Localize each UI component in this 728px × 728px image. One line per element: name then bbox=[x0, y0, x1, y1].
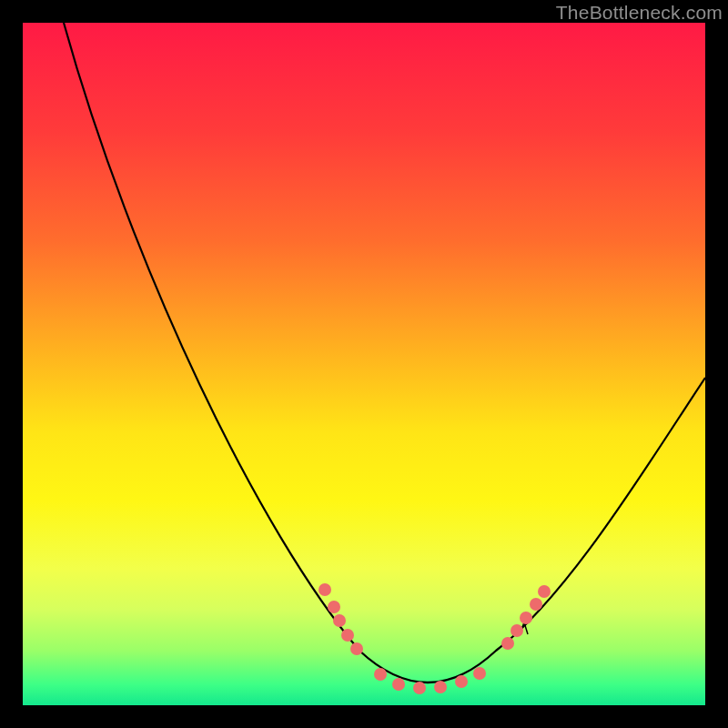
svg-point-4 bbox=[350, 642, 363, 655]
curve-overlay bbox=[23, 23, 705, 705]
svg-point-2 bbox=[333, 614, 346, 627]
svg-point-1 bbox=[328, 601, 340, 613]
svg-point-8 bbox=[434, 681, 447, 693]
svg-point-7 bbox=[413, 682, 426, 694]
plot-area bbox=[23, 23, 705, 705]
chart-container: TheBottleneck.com bbox=[0, 0, 728, 728]
markers-right bbox=[501, 585, 551, 650]
svg-point-10 bbox=[473, 667, 486, 680]
svg-point-0 bbox=[318, 583, 331, 596]
svg-point-12 bbox=[511, 624, 523, 637]
watermark-text: TheBottleneck.com bbox=[556, 2, 723, 24]
svg-point-6 bbox=[392, 678, 405, 691]
svg-point-14 bbox=[530, 598, 542, 611]
svg-point-11 bbox=[501, 637, 514, 650]
bottleneck-curve bbox=[64, 23, 705, 682]
svg-point-9 bbox=[455, 675, 468, 688]
svg-point-15 bbox=[538, 585, 551, 598]
svg-point-3 bbox=[341, 629, 354, 642]
svg-point-13 bbox=[520, 612, 532, 624]
markers-left bbox=[318, 583, 363, 655]
svg-point-5 bbox=[374, 668, 387, 681]
